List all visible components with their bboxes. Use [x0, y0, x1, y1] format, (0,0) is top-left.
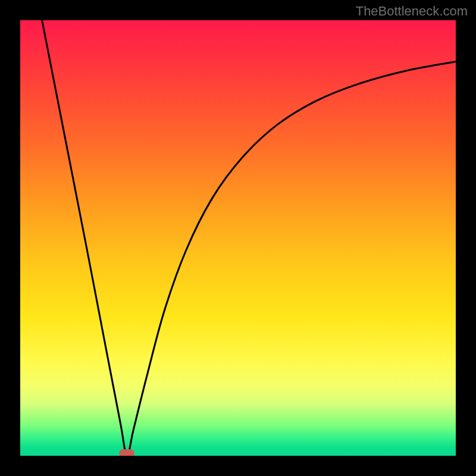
watermark-text: TheBottleneck.com	[356, 4, 468, 19]
plot-area	[20, 20, 456, 456]
minimum-marker	[119, 449, 134, 456]
curve-svg	[20, 20, 456, 456]
bottleneck-curve	[42, 20, 456, 456]
chart-frame: TheBottleneck.com	[0, 0, 476, 476]
